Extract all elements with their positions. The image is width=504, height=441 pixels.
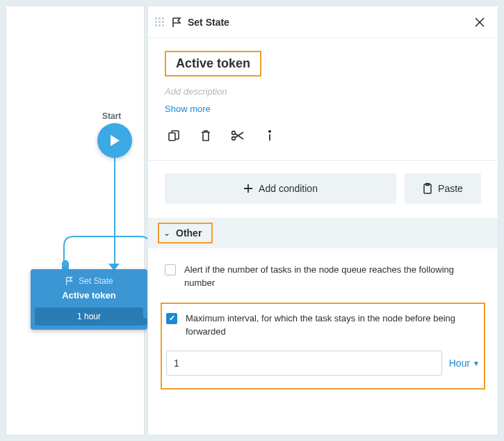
add-condition-label: Add condition (259, 183, 318, 194)
section-other-header[interactable]: ⌄ Other (148, 218, 498, 248)
start-node[interactable] (97, 123, 132, 158)
panel-header: Set State (148, 6, 498, 38)
add-condition-button[interactable]: Add condition (165, 173, 396, 204)
paste-label: Paste (438, 183, 463, 194)
panel-body: Active token Add description Show more A… (148, 38, 498, 390)
description-field[interactable]: Add description (165, 86, 481, 97)
option-interval-row: Maximum interval, for which the task sta… (166, 312, 480, 339)
paste-button[interactable]: Paste (405, 173, 481, 204)
panel-header-label: Set State (188, 17, 229, 28)
interval-unit-select[interactable]: Hour ▼ (449, 358, 480, 369)
set-state-node[interactable]: Set State Active token 1 hour (31, 269, 147, 330)
alert-checkbox[interactable] (165, 264, 176, 275)
caret-down-icon: ▼ (473, 360, 480, 367)
copy-icon (168, 129, 180, 142)
node-input-port[interactable] (62, 260, 69, 270)
alert-label: Alert if the number of tasks in the node… (184, 264, 481, 290)
show-more-link[interactable]: Show more (165, 104, 481, 114)
toolbar (165, 127, 481, 160)
section-other-label: Other (176, 227, 202, 239)
scissors-icon (231, 129, 245, 142)
interval-label: Maximum interval, for which the task sta… (186, 312, 480, 339)
node-title-field[interactable]: Active token (165, 51, 261, 77)
chevron-down-icon: ⌄ (163, 228, 170, 238)
node-header: Set State (31, 269, 147, 289)
interval-checkbox[interactable] (166, 313, 177, 324)
svg-rect-0 (169, 133, 175, 141)
option-alert-row: Alert if the number of tasks in the node… (165, 264, 481, 290)
interval-unit-label: Hour (449, 358, 470, 369)
actions-row: Add condition Paste (165, 173, 481, 204)
clipboard-icon (423, 183, 432, 194)
interval-highlight: Maximum interval, for which the task sta… (161, 303, 485, 390)
flag-icon (171, 17, 182, 28)
play-icon (108, 134, 121, 147)
info-icon (264, 129, 275, 142)
copy-button[interactable] (165, 127, 183, 145)
drag-handle-icon[interactable] (155, 17, 164, 26)
node-type-label: Set State (79, 276, 113, 286)
start-label: Start (102, 111, 121, 121)
close-icon (474, 17, 485, 28)
node-interval-badge: 1 hour (35, 307, 143, 326)
cut-button[interactable] (229, 127, 247, 145)
properties-panel: Set State Active token Add description S… (147, 6, 498, 435)
trash-icon (200, 129, 212, 142)
flag-icon (65, 276, 74, 286)
interval-value-input[interactable] (166, 351, 442, 376)
close-button[interactable] (470, 13, 489, 32)
workflow-canvas[interactable]: Start Set State Active token 1 hour (6, 6, 145, 435)
interval-controls: Hour ▼ (166, 351, 480, 376)
delete-button[interactable] (197, 127, 215, 145)
plus-icon (243, 184, 253, 193)
divider (148, 160, 498, 161)
info-button[interactable] (261, 127, 279, 145)
svg-point-3 (269, 131, 270, 132)
node-title: Active token (31, 289, 147, 307)
